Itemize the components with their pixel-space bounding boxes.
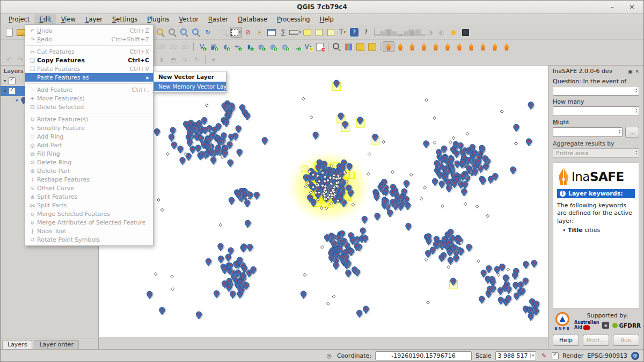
- inasafe-impact-report-icon[interactable]: [465, 41, 477, 52]
- exposure-combobox[interactable]: [553, 106, 639, 116]
- menu-view[interactable]: View: [56, 15, 80, 24]
- refresh-map-icon[interactable]: ↻: [202, 27, 214, 38]
- edit-menu-item-fill-ring[interactable]: ◍Fill Ring: [25, 149, 153, 158]
- add-delimited-text-layer-icon[interactable]: ,: [290, 41, 302, 52]
- edit-menu-item-redo[interactable]: ↷RedoCtrl+Shift+Z: [25, 35, 153, 44]
- edit-menu-item-delete-ring[interactable]: ⊘Delete Ring: [25, 158, 153, 166]
- python-console-icon[interactable]: [342, 41, 354, 52]
- inasafe-analysis-extent-icon[interactable]: [453, 41, 465, 52]
- osm-place-search-icon[interactable]: [331, 41, 342, 52]
- edit-menu-item-paste-features-as[interactable]: Paste Features as▸: [25, 73, 153, 82]
- expand-arrow-icon[interactable]: ▾: [4, 89, 6, 93]
- split-features-tool-icon[interactable]: ⋔: [156, 54, 167, 65]
- merge-features-tool-icon[interactable]: ◓: [167, 54, 179, 65]
- function-combobox[interactable]: [553, 127, 623, 137]
- edit-menu-item-split-parts[interactable]: ⋈Split Parts: [25, 201, 153, 209]
- inasafe-batch-runner-icon[interactable]: [501, 41, 513, 52]
- hazard-combobox[interactable]: [553, 86, 639, 96]
- edit-menu-item-add-part[interactable]: ◎Add Part: [25, 141, 153, 149]
- measure-icon[interactable]: ▾: [289, 27, 301, 38]
- statistical-summary-icon[interactable]: ∑: [277, 27, 289, 38]
- edit-menu-item-add-feature[interactable]: ∴Add FeatureCtrl+.: [25, 85, 153, 94]
- chevron-down-icon[interactable]: ▾: [530, 353, 535, 358]
- edit-menu-item-rotate-feature-s-[interactable]: ↻Rotate Feature(s): [25, 115, 153, 124]
- edit-menu-item-node-tool[interactable]: ∤Node Tool: [25, 227, 153, 235]
- processing-toolbox-icon[interactable]: [354, 41, 366, 52]
- projection-globe-icon[interactable]: [631, 352, 639, 360]
- zoom-full-icon[interactable]: [155, 27, 166, 38]
- coordinate-input[interactable]: [375, 351, 472, 360]
- expand-arrow-icon[interactable]: ▾: [4, 78, 6, 83]
- menu-raster[interactable]: Raster: [203, 15, 233, 24]
- edit-menu-item-paste-features[interactable]: ❐Paste FeaturesCtrl+V: [25, 64, 153, 73]
- select-rectangle-icon[interactable]: ▾: [230, 27, 242, 38]
- minimize-button[interactable]: –: [611, 2, 614, 12]
- menu-database[interactable]: Database: [233, 15, 272, 24]
- add-vector-layer-icon[interactable]: V: [196, 41, 208, 52]
- add-wcs-layer-icon[interactable]: ◍: [267, 41, 279, 52]
- cad-tools-icon[interactable]: ⌖: [208, 54, 219, 65]
- edit-menu-item-undo[interactable]: ↶UndoCtrl+Z: [25, 26, 153, 35]
- menu-layer[interactable]: Layer: [80, 15, 107, 24]
- zoom-next-icon[interactable]: [190, 27, 202, 38]
- tab-layer-order[interactable]: Layer order: [34, 340, 79, 349]
- edit-menu-item-rotate-point-symbols[interactable]: ↺Rotate Point Symbols: [25, 235, 153, 244]
- edit-menu-item-offset-curve[interactable]: ≈Offset Curve: [25, 184, 153, 192]
- raster-stretch-histogram-4-icon[interactable]: ▅▇▂: [412, 27, 424, 38]
- print-button[interactable]: Print...: [583, 335, 609, 346]
- add-postgis-layer-icon[interactable]: ◖: [219, 41, 231, 52]
- open-attribute-table-icon[interactable]: [266, 27, 277, 38]
- map-tips-icon[interactable]: [301, 27, 313, 38]
- layer-checkbox[interactable]: [9, 77, 16, 84]
- inasafe-function-centric-wizard-icon[interactable]: [418, 41, 430, 52]
- titlebar[interactable]: QGIS 7cb79c4 – ×: [1, 1, 643, 14]
- edit-menu-item-split-features[interactable]: ⋔Split Features: [25, 192, 153, 201]
- select-by-expression-icon[interactable]: ε: [254, 27, 266, 38]
- edit-menu-item-merge-selected-features[interactable]: ∪Merge Selected Features: [25, 209, 153, 218]
- processing-history-icon[interactable]: [366, 41, 378, 52]
- inasafe-keywords-editor-icon[interactable]: [394, 41, 406, 52]
- inasafe-options-icon[interactable]: [430, 41, 442, 52]
- touch-zoom-icon[interactable]: [218, 27, 230, 38]
- label-move-icon[interactable]: ab: [156, 41, 167, 52]
- new-bookmark-icon[interactable]: [313, 27, 325, 38]
- menu-processing[interactable]: Processing: [272, 15, 314, 24]
- contrast-full-icon[interactable]: ◐: [436, 27, 448, 38]
- undo-edit-icon[interactable]: ↶: [3, 54, 15, 65]
- epsg-label[interactable]: EPSG:900913: [587, 352, 627, 359]
- stop-render-icon[interactable]: [540, 352, 548, 360]
- add-wms-layer-icon[interactable]: ◍: [255, 41, 267, 52]
- edit-menu-item-copy-features[interactable]: ❏Copy FeaturesCtrl+C: [25, 56, 153, 64]
- remove-layer-icon[interactable]: [314, 41, 326, 52]
- dock-float-icon[interactable]: ▣: [628, 69, 633, 74]
- menu-settings[interactable]: Settings: [107, 15, 142, 24]
- node-tool-button-icon[interactable]: ∿: [179, 54, 191, 65]
- mouse-position-icon[interactable]: [325, 352, 333, 360]
- menu-plugins[interactable]: Plugins: [142, 15, 174, 24]
- georeferencer-icon[interactable]: [459, 27, 471, 38]
- dock-close-icon[interactable]: ✕: [635, 69, 639, 74]
- add-spatialite-layer-icon[interactable]: ✒: [231, 41, 243, 52]
- new-project-icon[interactable]: [3, 27, 15, 38]
- menu-project[interactable]: Project: [4, 15, 34, 24]
- label-change-properties-icon[interactable]: ab: [179, 41, 191, 52]
- run-button[interactable]: Run: [613, 335, 639, 346]
- label-rotate-icon[interactable]: ab: [167, 41, 179, 52]
- show-bookmarks-icon[interactable]: [325, 27, 336, 38]
- deselect-features-icon[interactable]: ⊘: [242, 27, 254, 38]
- add-raster-layer-icon[interactable]: ▦: [208, 41, 219, 52]
- aggregation-combobox[interactable]: Entire area: [553, 148, 639, 158]
- text-annotation-icon[interactable]: T▾: [336, 27, 348, 38]
- contrast-local-icon[interactable]: ◑: [424, 27, 436, 38]
- spinner-icon[interactable]: [619, 129, 620, 134]
- help-contents-icon[interactable]: ?: [350, 28, 358, 37]
- inasafe-shakemap-converter-icon[interactable]: [489, 41, 501, 52]
- inasafe-minimum-needs-icon[interactable]: [442, 41, 453, 52]
- sun-raster-tool-icon[interactable]: ●: [448, 27, 459, 38]
- scale-combobox[interactable]: 3 988 517 ▾: [495, 351, 537, 360]
- new-shapefile-layer-icon[interactable]: V▾: [302, 41, 314, 52]
- edit-menu-item-reshape-features[interactable]: ≀Reshape Features: [25, 175, 153, 184]
- edit-menu-item-merge-attributes-of-selected-features[interactable]: ⊎Merge Attributes of Selected Features: [25, 218, 153, 227]
- spinner-icon[interactable]: [635, 88, 637, 93]
- render-checkbox[interactable]: [552, 352, 559, 359]
